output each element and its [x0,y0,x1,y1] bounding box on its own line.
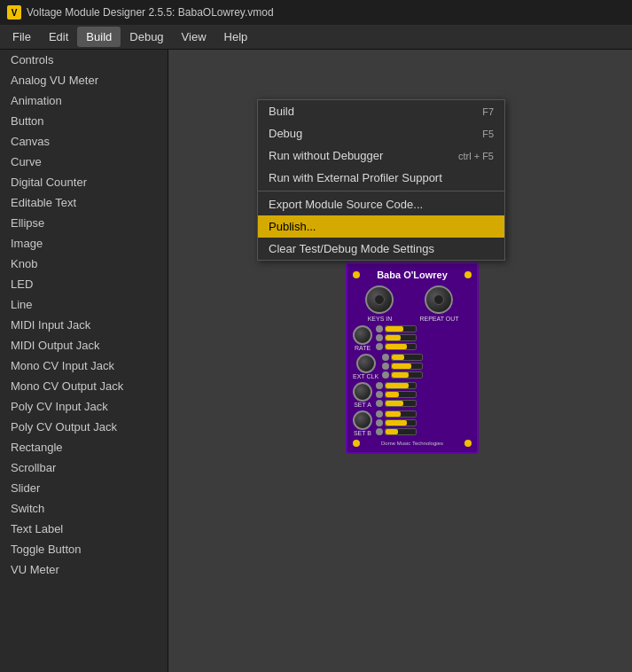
module-title: Baba O'Lowrey [360,270,464,280]
window-title: Voltage Module Designer 2.5.5: BabaOLowr… [27,6,274,19]
dropdown-separator-1 [258,191,504,191]
rate-mini-jack-3 [376,343,383,350]
dropdown-item-run-with-profiler[interactable]: Run with External Profiler Support [258,167,504,189]
sidebar-item-vu-meter[interactable]: VU Meter [0,559,168,580]
rate-slider-row-2 [376,334,472,341]
set-a-slider-row-1 [376,382,472,389]
sidebar-item-image[interactable]: Image [0,233,168,254]
sidebar-item-editable-text[interactable]: Editable Text [0,192,168,213]
set-b-mini-jack-2 [376,419,383,426]
set-b-label: SET B [354,430,371,436]
set-b-mini-slider-3 [385,428,417,435]
menu-file[interactable]: File [4,27,40,47]
set-b-jack [353,410,372,430]
sidebar-item-digital-counter[interactable]: Digital Counter [0,172,168,192]
sidebar-item-mono-cv-output-jack[interactable]: Mono CV Output Jack [0,376,168,396]
module-footer-text: Dome Music Technologies [360,441,464,446]
sidebar-item-mono-cv-input-jack[interactable]: Mono CV Input Jack [0,356,168,376]
dropdown-item-export-source[interactable]: Export Module Source Code... [258,193,504,215]
sidebar-item-text-label[interactable]: Text Label [0,519,168,539]
keys-in-label: KEYS IN [365,316,394,322]
menu-debug[interactable]: Debug [121,27,172,47]
ext-clk-slider-row-1 [382,354,472,361]
module-header: Baba O'Lowrey [353,270,472,280]
set-b-slider-row-3 [376,428,472,435]
content-area: Baba O'Lowrey KEYS IN [168,50,632,672]
sidebar-item-button[interactable]: Button [0,111,168,131]
set-a-jack [353,382,372,402]
repeat-out-label: REPEAT OUT [419,316,458,322]
ext-clk-mini-jack-2 [382,363,389,370]
ext-clk-section: EXT CLK [353,354,472,379]
module-footer: Dome Music Technologies [353,440,472,447]
ext-clk-mini-slider-2 [391,363,423,370]
set-a-mini-slider-2 [385,391,417,398]
set-b-mini-slider-1 [385,410,417,418]
set-b-mini-jack-3 [376,428,383,435]
set-b-mini-slider-2 [385,419,417,426]
sidebar-item-slider[interactable]: Slider [0,478,168,498]
rate-mini-slider-2 [385,334,417,341]
set-a-slider-row-3 [376,400,472,407]
sidebar-item-ellipse[interactable]: Ellipse [0,213,168,233]
repeat-out-jack [425,285,453,314]
menu-build[interactable]: Build [77,27,121,47]
ext-clk-mini-slider-3 [391,371,423,379]
sidebar-item-midi-output-jack[interactable]: MIDI Output Jack [0,335,168,356]
build-dropdown-menu: Build F7 Debug F5 Run without Debugger c… [257,99,505,261]
set-a-section: SET A [353,382,472,408]
set-b-slider-row-1 [376,410,472,418]
sidebar-item-midi-input-jack[interactable]: MIDI Input Jack [0,315,168,335]
title-bar: V Voltage Module Designer 2.5.5: BabaOLo… [0,0,632,25]
ext-clk-slider-row-2 [382,363,472,370]
rate-section: RATE [353,325,472,351]
sidebar-item-scrollbar[interactable]: Scrollbar [0,457,168,478]
module-preview: Baba O'Lowrey KEYS IN [346,262,479,454]
sidebar-item-analog-vu-meter[interactable]: Analog VU Meter [0,70,168,90]
sidebar-item-controls[interactable]: Controls [0,50,168,70]
rate-jack [353,325,372,345]
keys-in-container: KEYS IN [365,285,394,322]
module-footer-dot-right [464,440,472,447]
sidebar-item-line[interactable]: Line [0,294,168,315]
sidebar-item-switch[interactable]: Switch [0,498,168,519]
ext-clk-mini-slider-1 [391,354,423,361]
sidebar-item-rectangle[interactable]: Rectangle [0,437,168,457]
rate-mini-jack-1 [376,325,383,332]
sidebar-item-toggle-button[interactable]: Toggle Button [0,539,168,559]
sidebar-item-canvas[interactable]: Canvas [0,131,168,152]
rate-slider-row-1 [376,325,472,332]
menu-help[interactable]: Help [215,27,257,47]
sidebar-item-poly-cv-input-jack[interactable]: Poly CV Input Jack [0,396,168,417]
sidebar-item-led[interactable]: LED [0,274,168,294]
set-b-section: SET B [353,410,472,436]
sidebar-item-poly-cv-output-jack[interactable]: Poly CV Output Jack [0,417,168,437]
module-header-dot-left [353,271,360,278]
rate-mini-slider-1 [385,325,417,332]
sidebar-item-knob[interactable]: Knob [0,254,168,274]
dropdown-item-build[interactable]: Build F7 [258,100,504,122]
sidebar-item-animation[interactable]: Animation [0,90,168,111]
set-a-mini-slider-1 [385,382,417,389]
set-b-sliders [376,410,472,435]
menu-view[interactable]: View [173,27,215,47]
ext-clk-label: EXT CLK [353,373,378,379]
ext-clk-mini-jack-3 [382,371,389,379]
module-header-dot-right [464,271,472,278]
set-a-label: SET A [354,402,371,408]
sidebar-item-curve[interactable]: Curve [0,152,168,172]
set-a-mini-slider-3 [385,400,417,407]
set-a-sliders [376,382,472,407]
dropdown-item-debug-run[interactable]: Debug F5 [258,122,504,145]
set-b-slider-row-2 [376,419,472,426]
keys-in-jack [365,285,394,314]
rate-mini-jack-2 [376,334,383,341]
rate-slider-row-3 [376,343,472,350]
menu-edit[interactable]: Edit [40,27,77,47]
keys-in-jack-inner [374,294,385,305]
sidebar: Controls Analog VU Meter Animation Butto… [0,50,168,672]
dropdown-item-publish[interactable]: Publish... [258,215,504,238]
dropdown-item-run-without-debugger[interactable]: Run without Debugger ctrl + F5 [258,145,504,167]
dropdown-item-clear-test[interactable]: Clear Test/Debug Mode Settings [258,238,504,260]
repeat-out-container: REPEAT OUT [419,285,458,322]
